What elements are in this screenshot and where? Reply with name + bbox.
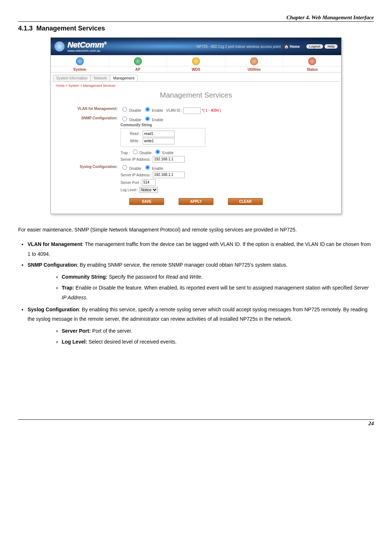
- tab-system-information[interactable]: System Information: [53, 75, 91, 81]
- list-item: Server Port: Port of the server.: [62, 326, 374, 336]
- snmp-server-ip-label: Server IP Address :: [121, 157, 152, 161]
- radio-label: Enable: [162, 151, 173, 155]
- server-port-bold: Server Port:: [62, 328, 91, 334]
- page-heading: Management Services: [56, 91, 336, 99]
- label-syslog: Syslog Configuration:: [56, 164, 121, 193]
- list-item: SNMP Configuration: By enabling SNMP ser…: [26, 260, 374, 302]
- row-vlan-management: VLAN for Management: Disable Enable VLAN…: [56, 106, 336, 114]
- snmp-text: : By enabling SNMP service, the remote S…: [77, 262, 287, 268]
- write-input[interactable]: [143, 138, 175, 144]
- label-snmp: SNMP Configuration:: [56, 115, 121, 163]
- chapter-header: Chapter 4. Web Management Interface: [18, 15, 374, 22]
- syslog-server-ip-input[interactable]: [153, 172, 185, 178]
- log-level-label: Log Level :: [121, 188, 138, 192]
- vlan-disable-radio[interactable]: [122, 107, 127, 112]
- vlan-range-note: *( 1 - 4094 ): [202, 108, 221, 112]
- radio-label: Enable: [152, 118, 163, 122]
- brand-block: NetComm® www.netcomm.com.au: [68, 40, 106, 53]
- list-item: Community String: Specify the password f…: [62, 272, 374, 282]
- row-snmp: SNMP Configuration: Disable Enable Commu…: [56, 115, 336, 163]
- intro-paragraph: For easier maintenance, SNMP (Simple Net…: [18, 225, 374, 235]
- log-level-bold: Log Level:: [62, 339, 87, 345]
- cs-text: Specify the password for: [107, 274, 166, 280]
- nav-utilities[interactable]: Utilities: [225, 55, 283, 72]
- snmp-enable-radio[interactable]: [145, 116, 150, 121]
- snmp-server-ip-input[interactable]: [153, 156, 185, 163]
- nav-label: Status: [283, 66, 341, 71]
- read-label: Read :: [123, 132, 143, 136]
- system-icon: [76, 57, 84, 65]
- save-button[interactable]: SAVE: [129, 198, 164, 205]
- syslog-disable-radio[interactable]: [122, 165, 127, 170]
- sub-tabs: System Information Network Management: [51, 75, 341, 81]
- nav-status[interactable]: Status: [283, 55, 341, 72]
- write-label: Write :: [123, 139, 143, 143]
- read-input[interactable]: [143, 131, 175, 137]
- snmp-bold: SNMP Configuration: [28, 262, 77, 268]
- nav-wds[interactable]: WDS: [167, 55, 225, 72]
- screenshot: NetComm® www.netcomm.com.au NP725 - 802.…: [50, 37, 342, 214]
- community-string-heading: Community String: [121, 123, 336, 127]
- page-number: 24: [368, 420, 374, 426]
- cs-read-i: Read: [166, 274, 178, 280]
- ap-icon: [134, 57, 142, 65]
- nav-label: Utilities: [225, 66, 283, 71]
- list-item: VLAN for Management: The management traf…: [26, 239, 374, 259]
- server-port-input[interactable]: [142, 179, 156, 186]
- logout-button[interactable]: Logout: [306, 44, 323, 49]
- list-item: Syslog Configuration: By enabling this s…: [26, 305, 374, 347]
- snmp-disable-radio[interactable]: [122, 116, 127, 121]
- nav-label: WDS: [167, 66, 225, 71]
- server-port-text: Port of the server.: [91, 328, 132, 334]
- radio-label: Disable: [129, 108, 141, 112]
- clear-button[interactable]: CLEAR: [228, 198, 263, 205]
- nav-label: System: [51, 66, 109, 71]
- syslog-enable-radio[interactable]: [145, 165, 150, 170]
- tab-management[interactable]: Management: [110, 75, 138, 81]
- page-footer: 24: [18, 419, 374, 427]
- vlan-id-input[interactable]: [183, 107, 201, 114]
- bullet-list-2: Server Port: Port of the server. Log Lev…: [28, 326, 374, 347]
- breadcrumb: Home > System > Management Services: [56, 84, 336, 87]
- log-level-select[interactable]: Notice: [139, 187, 158, 193]
- radio-label: Disable: [129, 118, 141, 122]
- help-button[interactable]: Help: [324, 44, 338, 49]
- radio-label: Enable: [152, 108, 163, 112]
- top-buttons: Logout Help: [306, 44, 338, 49]
- nav-label: AP: [109, 66, 167, 71]
- vlan-id-label: VLAN ID :: [166, 108, 182, 112]
- syslog-server-ip-label: Server IP Address :: [121, 173, 152, 177]
- section-name: Management Services: [36, 25, 105, 32]
- cs-and: and: [178, 274, 189, 280]
- brand-reg: ®: [104, 41, 106, 45]
- cs-bold: Community String:: [62, 274, 107, 280]
- label-vlan-management: VLAN for Management:: [56, 106, 121, 114]
- nav-system[interactable]: System: [51, 55, 109, 72]
- tab-network[interactable]: Network: [90, 75, 110, 81]
- community-string-box: Read : Write :: [121, 128, 205, 147]
- trap-text1: Enable or Disable the feature. When enab…: [74, 285, 354, 291]
- trap-disable-radio[interactable]: [133, 149, 138, 154]
- trap-label: Trap :: [121, 151, 130, 155]
- home-link[interactable]: 🏠 Home: [284, 45, 300, 49]
- cs-dot: .: [201, 274, 203, 280]
- list-item: Trap: Enable or Disable the feature. Whe…: [62, 283, 374, 302]
- wds-icon: [192, 57, 200, 65]
- trap-bold: Trap:: [62, 285, 74, 291]
- apply-button[interactable]: APPLY: [179, 198, 213, 205]
- radio-label: Disable: [139, 151, 151, 155]
- row-syslog: Syslog Configuration: Disable Enable Ser…: [56, 164, 336, 193]
- section-number: 4.1.3: [18, 25, 33, 32]
- radio-label: Disable: [129, 167, 141, 171]
- trap-enable-radio[interactable]: [155, 149, 160, 154]
- content-block: Home > System > Management Services Mana…: [53, 81, 339, 214]
- trap-dot: .: [86, 295, 87, 300]
- action-bar: SAVE APPLY CLEAR: [56, 198, 336, 205]
- brand-name: NetComm: [68, 40, 104, 49]
- vlan-enable-radio[interactable]: [145, 107, 150, 112]
- product-description: NP725 - 802.11g 2 port indoor wireless a…: [197, 45, 281, 49]
- server-port-label: Server Port :: [121, 180, 141, 184]
- section-title: 4.1.3 Management Services: [18, 25, 374, 32]
- nav-ap[interactable]: AP: [109, 55, 167, 72]
- bullet-list-1: VLAN for Management: The management traf…: [18, 239, 374, 347]
